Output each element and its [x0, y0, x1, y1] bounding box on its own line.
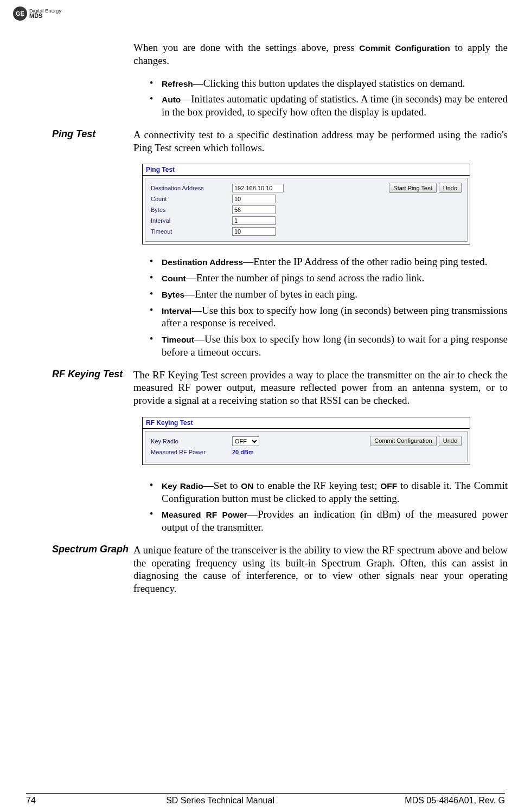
spectrum-intro: A unique feature of the transceiver is t…	[133, 544, 508, 595]
intro-paragraph: When you are done with the settings abov…	[133, 41, 508, 67]
list-item: Measured RF Power—Provides an indication…	[150, 508, 508, 534]
list-item: Key Radio—Set to ON to enable the RF key…	[150, 479, 508, 505]
list-item: Destination Address—Enter the IP Address…	[150, 255, 508, 268]
list-item: Auto—Initiates automatic updating of sta…	[150, 93, 508, 119]
list-item: Timeout—Use this box to specify how long…	[150, 333, 508, 359]
ge-monogram-icon: GE	[13, 7, 27, 21]
panel-title: Ping Test	[143, 164, 470, 176]
key-radio-label: Key Radio	[151, 438, 232, 444]
count-label: Count	[151, 196, 232, 202]
list-item: Refresh—Clicking this button updates the…	[150, 77, 508, 90]
ping-test-heading: Ping Test	[52, 128, 95, 140]
panel-title: RF Keying Test	[143, 417, 470, 429]
bytes-label: Bytes	[151, 207, 232, 213]
measured-rf-power-label: Measured RF Power	[151, 449, 232, 455]
undo-button[interactable]: Undo	[439, 436, 462, 446]
list-item: Bytes—Enter the number of bytes in each …	[150, 288, 508, 301]
interval-input[interactable]	[232, 216, 276, 225]
param-list-stats: Refresh—Clicking this button updates the…	[150, 77, 508, 119]
interval-label: Interval	[151, 217, 232, 224]
spectrum-graph-heading: Spectrum Graph	[52, 544, 129, 555]
bytes-input[interactable]	[232, 205, 276, 214]
measured-rf-power-value: 20 dBm	[232, 449, 254, 455]
rf-keying-heading: RF Keying Test	[52, 369, 123, 380]
ping-intro: A connectivity test to a specific destin…	[133, 128, 508, 154]
page-number: 74	[26, 796, 36, 805]
rfkey-param-list: Key Radio—Set to ON to enable the RF key…	[150, 479, 508, 534]
rfkey-intro: The RF Keying Test screen provides a way…	[133, 369, 508, 407]
list-item: Interval—Use this box to specify how lon…	[150, 304, 508, 330]
list-item: Count—Enter the number of pings to send …	[150, 272, 508, 285]
dest-address-label: Destination Address	[151, 185, 232, 191]
count-input[interactable]	[232, 195, 276, 203]
rf-keying-panel: RF Keying Test Commit Configuration Undo…	[142, 417, 470, 465]
undo-button[interactable]: Undo	[439, 183, 462, 193]
timeout-label: Timeout	[151, 228, 232, 235]
page-footer: 74 SD Series Technical Manual MDS 05-484…	[26, 793, 505, 805]
brand-text: Digital Energy MDS	[29, 8, 61, 20]
key-radio-select[interactable]: OFF	[232, 436, 259, 446]
footer-title: SD Series Technical Manual	[166, 796, 274, 805]
dest-address-input[interactable]	[232, 184, 284, 192]
start-ping-test-button[interactable]: Start Ping Test	[389, 183, 436, 193]
ping-param-list: Destination Address—Enter the IP Address…	[150, 255, 508, 358]
brand-logo: GE Digital Energy MDS	[13, 7, 61, 21]
commit-configuration-button[interactable]: Commit Configuration	[370, 436, 436, 446]
timeout-input[interactable]	[232, 227, 276, 236]
ping-test-panel: Ping Test Start Ping Test Undo Destinati…	[142, 164, 470, 244]
footer-doc-id: MDS 05-4846A01, Rev. G	[405, 796, 505, 805]
